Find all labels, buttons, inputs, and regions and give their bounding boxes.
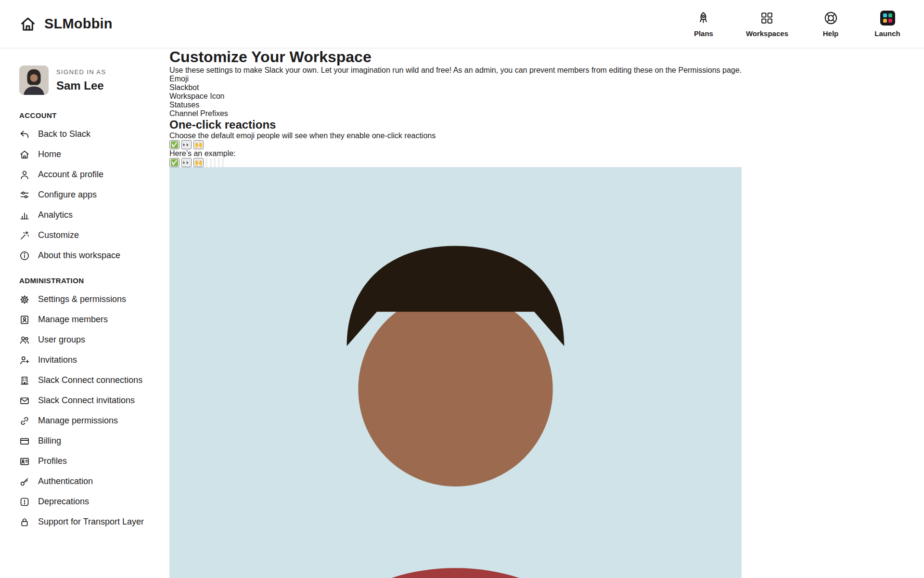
admin-sidebar: SIGNED IN AS Sam Lee ACCOUNT Back to Sla…: [0, 48, 169, 578]
sidebar-item-label: Manage permissions: [38, 416, 118, 426]
one-click-emoji-eyes-button[interactable]: 👀: [181, 140, 192, 149]
sidebar-item-slack-connect-invitations[interactable]: Slack Connect invitations: [19, 391, 160, 411]
sidebar-item-account-profile[interactable]: Account & profile: [19, 165, 160, 185]
person-icon: [19, 170, 30, 180]
sidebar-item-back-to-slack[interactable]: Back to Slack: [19, 124, 160, 144]
credit-card-icon: [19, 436, 30, 447]
nav-label: Plans: [694, 29, 713, 38]
sidebar-section-account: ACCOUNT: [19, 111, 160, 119]
sidebar-section-administration: ADMINISTRATION: [19, 276, 160, 285]
sidebar-item-billing[interactable]: Billing: [19, 431, 160, 451]
one-click-emoji-check-button[interactable]: ✅: [169, 140, 180, 149]
top-header: SLMobbin Plans Workspaces Help Launch: [0, 0, 924, 48]
sidebar-item-manage-members[interactable]: Manage members: [19, 310, 160, 330]
comment-button[interactable]: [210, 158, 212, 167]
sidebar-item-label: Slack Connect invitations: [38, 395, 135, 406]
sidebar-item-label: Authentication: [38, 476, 93, 486]
sidebar-item-label: Configure apps: [38, 190, 97, 200]
message-hover-toolbar: ✅ 👀 🙌: [169, 158, 742, 167]
emoji-tab-panel: One-click reactions Choose the default e…: [169, 118, 742, 578]
sidebar-item-label: Slack Connect connections: [38, 375, 142, 385]
sidebar-item-label: Manage members: [38, 315, 108, 325]
sidebar-item-manage-permissions[interactable]: Manage permissions: [19, 411, 160, 431]
example-message: ✅ 👀 🙌 Marcel12:09 PM I just revie: [169, 158, 742, 578]
tab-channel-prefixes[interactable]: Channel Prefixes: [169, 109, 742, 118]
top-navigation: Plans Workspaces Help Launch: [689, 10, 902, 38]
sidebar-item-invitations[interactable]: Invitations: [19, 350, 160, 370]
more-actions-button[interactable]: [222, 158, 224, 167]
warning-icon: [19, 497, 30, 507]
sidebar-item-about-this-workspace[interactable]: About this workspace: [19, 246, 160, 266]
sidebar-item-label: About this workspace: [38, 250, 120, 261]
sidebar-item-label: Invitations: [38, 355, 77, 365]
sidebar-item-deprecations[interactable]: Deprecations: [19, 492, 160, 512]
nav-workspaces[interactable]: Workspaces: [746, 10, 788, 38]
page-description: Use these settings to make Slack your ow…: [169, 66, 742, 75]
envelope-icon: [19, 395, 30, 406]
message-card: Marcel12:09 PM I just reviewed it, and I…: [169, 167, 742, 578]
home-icon: [19, 149, 30, 160]
people-icon: [19, 335, 30, 345]
forward-button[interactable]: [214, 158, 216, 167]
sidebar-item-configure-apps[interactable]: Configure apps: [19, 185, 160, 205]
user-avatar[interactable]: [19, 66, 49, 95]
sidebar-item-label: Billing: [38, 436, 61, 446]
sidebar-item-profiles[interactable]: Profiles: [19, 451, 160, 472]
link-icon: [19, 416, 30, 426]
add-reaction-button[interactable]: [205, 158, 207, 167]
lock-icon: [19, 517, 30, 527]
sidebar-item-label: Analytics: [38, 210, 73, 220]
sidebar-item-user-groups[interactable]: User groups: [19, 330, 160, 350]
key-icon: [19, 476, 30, 487]
sidebar-item-label: Profiles: [38, 456, 67, 466]
nav-launch[interactable]: Launch: [873, 10, 902, 38]
sidebar-item-label: Account & profile: [38, 170, 103, 180]
settings-tabs: Emoji Slackbot Workspace Icon Statuses C…: [169, 75, 742, 118]
reaction-raised-hands-button[interactable]: 🙌: [193, 158, 204, 167]
sidebar-item-label: Customize: [38, 230, 79, 240]
building-icon: [19, 375, 30, 386]
main-content: Customize Your Workspace Use these setti…: [169, 48, 742, 578]
intro-period: .: [740, 66, 742, 74]
sidebar-item-settings-permissions[interactable]: Settings & permissions: [19, 289, 160, 310]
sidebar-item-label: Home: [38, 149, 61, 159]
app-logo[interactable]: SLMobbin: [19, 15, 113, 33]
reaction-check-button[interactable]: ✅: [169, 158, 180, 167]
sidebar-item-authentication[interactable]: Authentication: [19, 472, 160, 492]
sidebar-item-support-transport-layer[interactable]: Support for Transport Layer: [19, 512, 160, 532]
page-title: Customize Your Workspace: [169, 48, 742, 66]
one-click-emoji-options: ✅ 👀 🙌: [169, 140, 742, 149]
tab-slackbot[interactable]: Slackbot: [169, 83, 742, 92]
bookmark-button[interactable]: [218, 158, 220, 167]
sidebar-item-analytics[interactable]: Analytics: [19, 205, 160, 225]
nav-label: Launch: [874, 29, 900, 38]
sidebar-item-label: Deprecations: [38, 497, 89, 507]
nav-help[interactable]: Help: [816, 10, 845, 38]
info-icon: [19, 250, 30, 261]
one-click-emoji-raised-hands-button[interactable]: 🙌: [193, 140, 204, 149]
apps-icon: [19, 190, 30, 200]
tab-statuses[interactable]: Statuses: [169, 101, 742, 109]
signed-in-user: SIGNED IN AS Sam Lee: [19, 66, 160, 95]
tab-emoji[interactable]: Emoji: [169, 75, 742, 83]
sidebar-item-label: Back to Slack: [38, 129, 90, 139]
sidebar-item-customize[interactable]: Customize: [19, 225, 160, 246]
reaction-eyes-button[interactable]: 👀: [181, 158, 192, 167]
wand-icon: [19, 230, 30, 241]
back-arrow-icon: [19, 129, 30, 140]
sidebar-item-home[interactable]: Home: [19, 144, 160, 165]
user-name: Sam Lee: [56, 79, 106, 92]
example-label: Here’s an example:: [169, 149, 742, 158]
person-add-icon: [19, 355, 30, 366]
members-icon: [19, 315, 30, 325]
permissions-page-link[interactable]: Permissions page: [678, 66, 739, 74]
analytics-icon: [19, 210, 30, 221]
nav-plans[interactable]: Plans: [689, 10, 718, 38]
intro-text: Use these settings to make Slack your ow…: [169, 66, 678, 74]
sidebar-item-label: User groups: [38, 335, 85, 345]
grid-icon: [759, 10, 774, 26]
sidebar-item-slack-connect-connections[interactable]: Slack Connect connections: [19, 370, 160, 391]
tab-workspace-icon[interactable]: Workspace Icon: [169, 92, 742, 101]
one-click-reactions-description: Choose the default emoji people will see…: [169, 131, 742, 140]
nav-label: Workspaces: [746, 29, 788, 38]
